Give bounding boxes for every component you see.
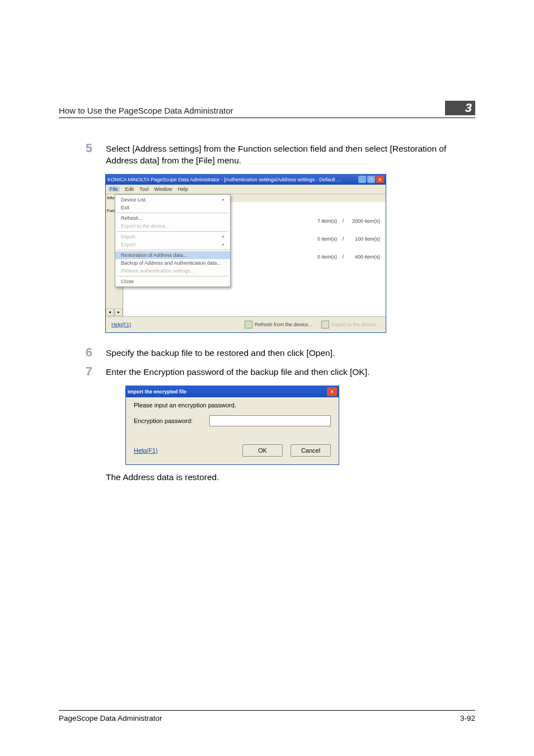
dialog-title: Import the encrypted file bbox=[128, 389, 327, 395]
window-title: KONICA MINOLTA PageScope Data Administra… bbox=[107, 177, 358, 182]
step-number: 7 bbox=[59, 365, 106, 378]
encryption-password-input[interactable] bbox=[209, 415, 331, 426]
menu-tool[interactable]: Tool bbox=[139, 186, 149, 192]
refresh-icon bbox=[245, 321, 252, 328]
submenu-arrow-icon: ▸ bbox=[222, 197, 224, 202]
help-link[interactable]: Help(F1) bbox=[111, 322, 131, 327]
dialog-message: Please input an encryption password. bbox=[134, 402, 331, 408]
export-to-device-button: Export to the device... bbox=[321, 321, 380, 328]
menu-help[interactable]: Help bbox=[178, 186, 189, 192]
page-header-title: How to Use the PageScope Data Administra… bbox=[59, 106, 439, 115]
step-text: Enter the Encryption password of the bac… bbox=[106, 365, 475, 378]
chapter-number-badge: 3 bbox=[445, 101, 475, 115]
menu-file[interactable]: File bbox=[108, 186, 120, 192]
submenu-arrow-icon: ▸ bbox=[222, 242, 224, 247]
submenu-arrow-icon: ▸ bbox=[222, 234, 224, 239]
window-titlebar: KONICA MINOLTA PageScope Data Administra… bbox=[106, 175, 386, 185]
scroll-right-icon[interactable]: ▸ bbox=[115, 308, 123, 316]
encryption-password-label: Encryption password: bbox=[134, 417, 209, 424]
footer-page-number: 3-92 bbox=[460, 714, 475, 722]
row-slash: / bbox=[340, 254, 346, 260]
help-link[interactable]: Help(F1) bbox=[134, 447, 158, 454]
screenshot-app-window: KONICA MINOLTA PageScope Data Administra… bbox=[106, 175, 386, 332]
menu-item-backup-address[interactable]: Backup of Address and Authentication dat… bbox=[115, 259, 230, 267]
row-max: 100 item(s) bbox=[349, 236, 380, 242]
step-text: Select [Address settings] from the Funct… bbox=[106, 142, 475, 167]
row-slash: / bbox=[340, 218, 346, 224]
menu-item-close[interactable]: Close bbox=[115, 278, 230, 285]
menu-item-restoration-address[interactable]: Restoration of Address data... bbox=[115, 251, 230, 259]
close-icon[interactable]: × bbox=[327, 387, 337, 396]
file-menu-dropdown: Device List▸ Exit Refresh... Export to t… bbox=[115, 194, 231, 287]
row-max: 400 item(s) bbox=[349, 254, 380, 260]
window-footer: Help(F1) Refresh from the device... Expo… bbox=[106, 316, 386, 332]
ok-button[interactable]: OK bbox=[242, 444, 283, 457]
maximize-icon[interactable]: □ bbox=[367, 176, 375, 183]
menu-item-export-device: Export to the device... bbox=[115, 222, 230, 230]
menu-edit[interactable]: Edit bbox=[125, 186, 134, 192]
refresh-from-device-button[interactable]: Refresh from the device... bbox=[245, 321, 312, 328]
row-slash: / bbox=[340, 236, 346, 242]
row-count: 0 item(s) bbox=[310, 254, 337, 260]
row-max: 2000 item(s) bbox=[349, 218, 380, 224]
export-icon bbox=[321, 321, 329, 328]
menu-item-device-list[interactable]: Device List▸ bbox=[115, 196, 230, 204]
dialog-titlebar: Import the encrypted file × bbox=[126, 386, 339, 397]
step-number: 5 bbox=[59, 142, 106, 167]
screenshot-dialog: Import the encrypted file × Please input… bbox=[126, 386, 339, 464]
minimize-icon[interactable]: _ bbox=[358, 176, 366, 183]
cancel-button[interactable]: Cancel bbox=[291, 444, 331, 457]
close-icon[interactable]: × bbox=[376, 176, 384, 183]
row-count: 7 item(s) bbox=[310, 218, 337, 224]
scroll-left-icon[interactable]: ◂ bbox=[106, 308, 114, 316]
step-text: Specify the backup file to be restored a… bbox=[106, 346, 475, 359]
menu-bar: File Edit Tool Window Help bbox=[106, 185, 386, 194]
menu-item-export: Export▸ bbox=[115, 241, 230, 248]
menu-item-refresh[interactable]: Refresh... bbox=[115, 214, 230, 222]
step-number: 6 bbox=[59, 346, 106, 359]
menu-window[interactable]: Window bbox=[154, 186, 172, 192]
footer-product: PageScope Data Administrator bbox=[59, 714, 460, 722]
menu-item-restore-auth: Restore authentication settings... bbox=[115, 267, 230, 275]
menu-item-import: Import▸ bbox=[115, 233, 230, 241]
menu-item-exit[interactable]: Exit bbox=[115, 204, 230, 212]
row-count: 0 item(s) bbox=[310, 236, 337, 242]
body-paragraph: The Address data is restored. bbox=[106, 472, 475, 482]
